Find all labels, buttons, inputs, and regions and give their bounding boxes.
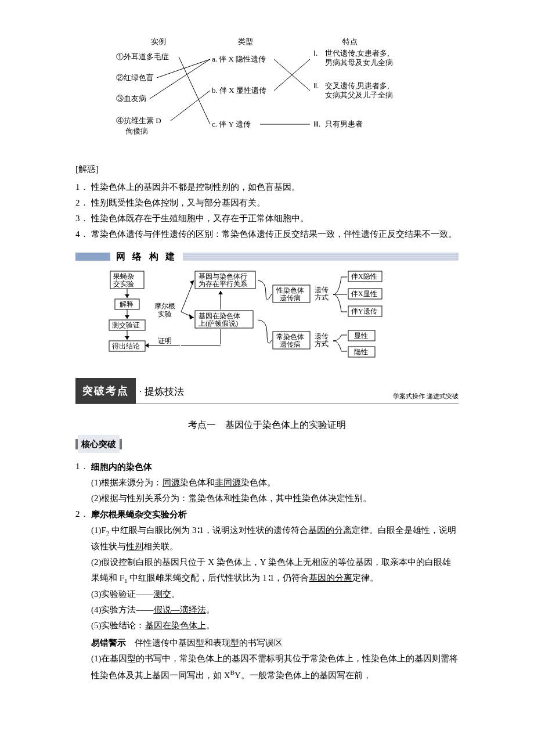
- content-list: 1． 细胞内的染色体 (1)根据来源分为：同源染色体和非同源染色体。 (2)根据…: [75, 459, 459, 634]
- svg-text:遗传: 遗传: [315, 332, 329, 340]
- d1-ex-3: ③血友病: [116, 94, 146, 103]
- svg-text:基因在染色体: 基因在染色体: [199, 312, 240, 320]
- yicuo-block: 易错警示 伴性遗传中基因型和表现型的书写误区 (1)在基因型的书写中，常染色体上…: [75, 635, 459, 683]
- d1-type-a: a. 伴 X 隐性遗传: [212, 55, 266, 63]
- dark-right-note: 学案式操作 递进式突破: [393, 391, 459, 402]
- svg-text:摩尔根: 摩尔根: [154, 302, 175, 310]
- svg-text:方式: 方式: [315, 340, 329, 348]
- svg-text:方式: 方式: [315, 293, 329, 301]
- svg-marker-11: [125, 294, 129, 298]
- svg-text:实验: 实验: [158, 310, 172, 318]
- section-breakthrough: 突破考点 · 提炼技法 学案式操作 递进式突破: [75, 380, 459, 404]
- jiehu-list: 1．性染色体上的基因并不都是控制性别的，如色盲基因。 2．性别既受性染色体控制，…: [75, 179, 459, 242]
- diagram-network: .s { font-family:"SimSun",serif; font-si…: [104, 268, 430, 366]
- jiehu-label: [解惑]: [75, 161, 459, 177]
- svg-marker-38: [218, 291, 223, 294]
- yicuo-title: 伴性遗传中基因型和表现型的书写误区: [126, 638, 283, 647]
- p2-5: (5)实验结论：基因在染色体上。: [91, 618, 459, 633]
- svg-text:伴Y遗传: 伴Y遗传: [351, 307, 377, 315]
- p2-2: (2)假设控制白眼的基因只位于 X 染色体上，Y 染色体上无相应的等位基因，取亲…: [91, 555, 459, 586]
- d1-ex-4b: 佝偻病: [125, 127, 148, 135]
- svg-text:交实验: 交实验: [113, 280, 134, 288]
- dark-title: 突破考点: [75, 378, 136, 404]
- section-network: 网 络 构 建: [75, 250, 459, 263]
- d1-feat-2p: Ⅱ.: [313, 81, 319, 90]
- svg-text:伴X隐性: 伴X隐性: [351, 272, 377, 280]
- svg-line-2: [150, 59, 210, 99]
- svg-text:遗传病: 遗传病: [280, 294, 301, 302]
- d1-ex-2: ②红绿色盲: [116, 73, 154, 82]
- jiehu-3: 性染色体既存在于生殖细胞中，又存在于正常体细胞中。: [91, 211, 459, 226]
- d1-feat-3p: Ⅲ.: [313, 120, 320, 128]
- jiehu-4: 常染色体遗传与伴性遗传的区别：常染色体遗传正反交结果一致，伴性遗传正反交结果不一…: [91, 226, 459, 242]
- svg-text:证明: 证明: [158, 337, 172, 345]
- p2-4: (4)实验方法——假说—演绎法。: [91, 602, 459, 618]
- d1-type-b: b. 伴 X 显性遗传: [212, 86, 266, 95]
- d1-feat-1p: Ⅰ.: [313, 49, 317, 57]
- d1-head-1: 实例: [151, 37, 166, 46]
- p1-2: (2)根据与性别关系分为：常染色体和性染色体，其中性染色体决定性别。: [91, 491, 459, 506]
- svg-text:解释: 解释: [120, 300, 134, 308]
- svg-line-0: [179, 57, 210, 124]
- d1-feat-1b: 男病其母及女儿全病: [325, 58, 393, 67]
- d1-type-c: c. 伴 Y 遗传: [212, 120, 251, 128]
- d1-feat-1a: 世代遗传,女患者多,: [325, 49, 389, 57]
- svg-text:为存在平行关系: 为存在平行关系: [199, 280, 247, 288]
- svg-line-33: [181, 280, 194, 312]
- svg-text:遗传: 遗传: [315, 286, 329, 294]
- p2-3: (3)实验验证——测交。: [91, 586, 459, 602]
- svg-text:伴X显性: 伴X显性: [351, 290, 377, 298]
- svg-line-1: [157, 59, 210, 78]
- yicuo-label: 易错警示: [91, 638, 126, 647]
- svg-marker-19: [125, 336, 129, 340]
- p1-1: (1)根据来源分为：同源染色体和非同源染色体。: [91, 475, 459, 491]
- kaodian-title: 考点一 基因位于染色体上的实验证明: [75, 417, 459, 434]
- svg-text:显性: 显性: [354, 332, 368, 340]
- svg-marker-34: [190, 280, 194, 285]
- svg-text:常染色体: 常染色体: [276, 333, 304, 341]
- d1-head-3: 特点: [342, 37, 358, 46]
- hxtp-label: 核心突破: [78, 435, 120, 453]
- svg-text:得出结论: 得出结论: [112, 342, 140, 350]
- p1-title: 细胞内的染色体: [91, 462, 152, 471]
- svg-text:遗传病: 遗传病: [280, 340, 301, 348]
- hexin-tupo: 核心突破: [75, 435, 459, 453]
- p2-title: 摩尔根果蝇杂交实验分析: [91, 509, 187, 519]
- yicuo-1: (1)在基因型的书写中，常染色体上的基因不需标明其位于常染色体上，性染色体上的基…: [91, 651, 459, 683]
- d1-ex-4: ④抗维生素 D: [116, 116, 161, 125]
- svg-marker-36: [189, 314, 194, 319]
- svg-text:隐性: 隐性: [354, 348, 368, 356]
- section-network-title: 网 络 构 建: [110, 249, 183, 265]
- section-trail-icon: [183, 253, 459, 261]
- jiehu-2: 性别既受性染色体控制，又与部分基因有关。: [91, 195, 459, 211]
- section-lead-icon: [75, 253, 110, 261]
- svg-line-3: [171, 91, 210, 121]
- svg-text:性染色体: 性染色体: [276, 286, 304, 294]
- svg-marker-25: [145, 343, 149, 348]
- p2-1: (1)F2 中红眼与白眼比例为 3∶1，说明这对性状的遗传符合基因的分离定律。白…: [91, 523, 459, 555]
- d1-feat-2b: 女病其父及儿子全病: [325, 91, 393, 99]
- svg-marker-15: [125, 315, 129, 319]
- d1-ex-1: ①外耳道多毛症: [116, 52, 169, 61]
- svg-text:测交验证: 测交验证: [112, 321, 140, 329]
- diagram-examples-types-features: .t { font-family: "SimSun",serif; font-s…: [116, 35, 418, 151]
- d1-feat-2a: 交叉遗传,男患者多,: [325, 81, 389, 90]
- svg-text:基因与染色体行: 基因与染色体行: [199, 272, 247, 280]
- dark-sub: · 提炼技法: [139, 383, 184, 404]
- d1-head-2: 类型: [238, 37, 253, 46]
- jiehu-1: 性染色体上的基因并不都是控制性别的，如色盲基因。: [91, 179, 459, 195]
- svg-text:果蝇杂: 果蝇杂: [113, 272, 134, 280]
- svg-text:上(萨顿假说): 上(萨顿假说): [199, 319, 238, 327]
- d1-feat-3a: 只有男患者: [325, 120, 363, 128]
